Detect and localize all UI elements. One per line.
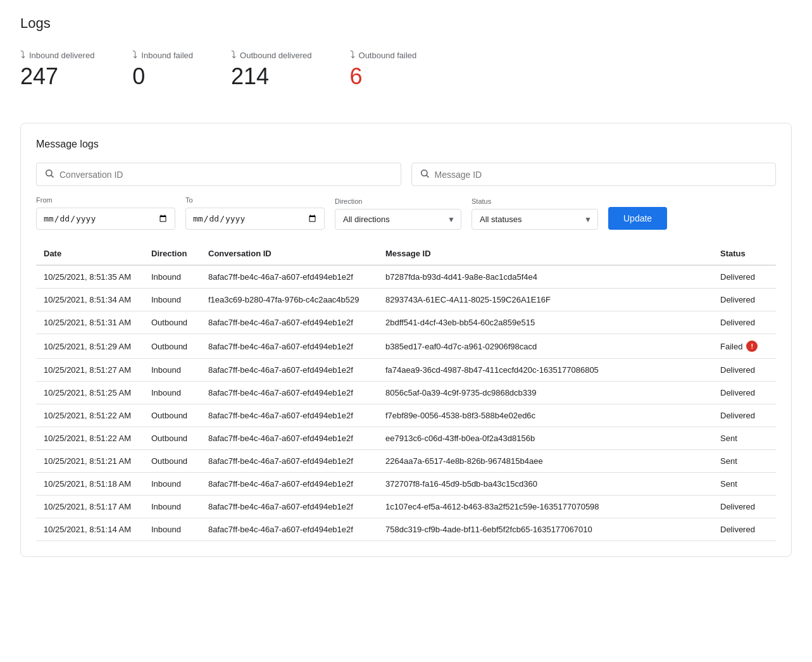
date-cell-9: 10/25/2021, 8:51:18 AM xyxy=(36,473,144,496)
table-container: DateDirectionConversation IDMessage IDSt… xyxy=(36,242,776,541)
direction-cell-8: Outbound xyxy=(144,450,201,473)
to-filter-group: To xyxy=(185,196,325,230)
date-cell-11: 10/25/2021, 8:51:14 AM xyxy=(36,518,144,541)
svg-line-3 xyxy=(427,175,428,177)
message-id-cell-5: 8056c5af-0a39-4c9f-9735-dc9868dcb339 xyxy=(378,382,713,404)
message-id-cell-6: f7ebf89e-0056-4538-b8f3-588b4e02ed6c xyxy=(378,404,713,427)
stats-row: ⤵ Inbound delivered 247 ⤵ Inbound failed… xyxy=(20,49,792,103)
conversation-id-cell-11: 8afac7ff-be4c-46a7-a607-efd494eb1e2f xyxy=(201,518,378,541)
table-row[interactable]: 10/25/2021, 8:51:18 AMInbound8afac7ff-be… xyxy=(36,473,776,496)
table-row[interactable]: 10/25/2021, 8:51:21 AMOutbound8afac7ff-b… xyxy=(36,450,776,473)
stat-value-inbound-delivered: 247 xyxy=(20,63,94,90)
th-date: Date xyxy=(36,242,144,265)
direction-cell-9: Inbound xyxy=(144,473,201,496)
status-filter-group: Status All statusesDeliveredSentFailed ▼ xyxy=(472,197,598,230)
update-button[interactable]: Update xyxy=(608,207,667,230)
direction-cell-1: Inbound xyxy=(144,289,201,311)
direction-select[interactable]: All directionsInboundOutbound xyxy=(335,209,461,230)
to-label: To xyxy=(185,196,325,204)
status-text-11: Delivered xyxy=(713,518,776,541)
stat-icon-inbound-delivered: ⤵ xyxy=(20,49,25,61)
status-text-7: Sent xyxy=(713,427,776,450)
date-cell-10: 10/25/2021, 8:51:17 AM xyxy=(36,496,144,518)
date-cell-6: 10/25/2021, 8:51:22 AM xyxy=(36,404,144,427)
direction-select-wrapper: All directionsInboundOutbound ▼ xyxy=(335,209,461,230)
svg-line-1 xyxy=(51,175,53,177)
direction-cell-4: Inbound xyxy=(144,359,201,382)
message-id-cell-10: 1c107ec4-ef5a-4612-b463-83a2f521c59e-163… xyxy=(378,496,713,518)
th-status: Status xyxy=(713,242,776,265)
search-row xyxy=(36,163,776,186)
stat-label-inbound-failed: ⤵ Inbound failed xyxy=(132,49,193,61)
date-cell-3: 10/25/2021, 8:51:29 AM xyxy=(36,334,144,359)
th-conversation-id: Conversation ID xyxy=(201,242,378,265)
stat-label-inbound-delivered: ⤵ Inbound delivered xyxy=(20,49,94,61)
stat-icon-outbound-failed: ⤵ xyxy=(350,49,355,61)
status-select[interactable]: All statusesDeliveredSentFailed xyxy=(472,209,598,230)
table-body: 10/25/2021, 8:51:35 AMInbound8afac7ff-be… xyxy=(36,265,776,541)
table-row[interactable]: 10/25/2021, 8:51:22 AMOutbound8afac7ff-b… xyxy=(36,427,776,450)
message-id-cell-7: ee7913c6-c06d-43ff-b0ea-0f2a43d8156b xyxy=(378,427,713,450)
direction-cell-5: Inbound xyxy=(144,382,201,404)
table-row[interactable]: 10/25/2021, 8:51:31 AMOutbound8afac7ff-b… xyxy=(36,311,776,334)
message-id-input[interactable] xyxy=(435,170,768,180)
status-text-2: Delivered xyxy=(713,311,776,334)
stat-icon-outbound-delivered: ⤵ xyxy=(231,49,236,61)
table-row[interactable]: 10/25/2021, 8:51:22 AMOutbound8afac7ff-b… xyxy=(36,404,776,427)
conversation-id-cell-0: 8afac7ff-be4c-46a7-a607-efd494eb1e2f xyxy=(201,265,378,289)
conversation-id-cell-10: 8afac7ff-be4c-46a7-a607-efd494eb1e2f xyxy=(201,496,378,518)
message-id-cell-4: fa74aea9-36cd-4987-8b47-411cecfd420c-163… xyxy=(378,359,713,382)
stat-value-outbound-delivered: 214 xyxy=(231,63,311,90)
table-row[interactable]: 10/25/2021, 8:51:34 AMInboundf1ea3c69-b2… xyxy=(36,289,776,311)
direction-cell-0: Inbound xyxy=(144,265,201,289)
status-text-9: Sent xyxy=(713,473,776,496)
date-cell-4: 10/25/2021, 8:51:27 AM xyxy=(36,359,144,382)
table-header-row: DateDirectionConversation IDMessage IDSt… xyxy=(36,242,776,265)
to-date-input[interactable] xyxy=(185,208,325,230)
table-row[interactable]: 10/25/2021, 8:51:29 AMOutbound8afac7ff-b… xyxy=(36,334,776,359)
failed-icon: ! xyxy=(746,340,758,352)
page-title: Logs xyxy=(20,15,792,32)
status-text-4: Delivered xyxy=(713,359,776,382)
table-row[interactable]: 10/25/2021, 8:51:25 AMInbound8afac7ff-be… xyxy=(36,382,776,404)
conversation-id-input[interactable] xyxy=(59,170,393,180)
stat-outbound-delivered: ⤵ Outbound delivered 214 xyxy=(231,49,311,90)
from-date-input[interactable] xyxy=(36,208,175,230)
stat-value-outbound-failed: 6 xyxy=(350,63,417,90)
date-cell-2: 10/25/2021, 8:51:31 AM xyxy=(36,311,144,334)
message-id-cell-0: b7287fda-b93d-4d41-9a8e-8ac1cda5f4e4 xyxy=(378,265,713,289)
conversation-id-cell-7: 8afac7ff-be4c-46a7-a607-efd494eb1e2f xyxy=(201,427,378,450)
status-text-6: Delivered xyxy=(713,404,776,427)
stat-icon-inbound-failed: ⤵ xyxy=(132,49,137,61)
th-message-id: Message ID xyxy=(378,242,713,265)
stat-inbound-failed: ⤵ Inbound failed 0 xyxy=(132,49,193,90)
table-row[interactable]: 10/25/2021, 8:51:14 AMInbound8afac7ff-be… xyxy=(36,518,776,541)
status-text-10: Delivered xyxy=(713,496,776,518)
status-text-5: Delivered xyxy=(713,382,776,404)
stat-label-outbound-failed: ⤵ Outbound failed xyxy=(350,49,417,61)
stat-outbound-failed: ⤵ Outbound failed 6 xyxy=(350,49,417,90)
status-select-wrapper: All statusesDeliveredSentFailed ▼ xyxy=(472,209,598,230)
stat-value-inbound-failed: 0 xyxy=(132,63,193,90)
conversation-id-cell-9: 8afac7ff-be4c-46a7-a607-efd494eb1e2f xyxy=(201,473,378,496)
conversation-id-search-box xyxy=(36,163,401,186)
direction-filter-group: Direction All directionsInboundOutbound … xyxy=(335,197,461,230)
stat-inbound-delivered: ⤵ Inbound delivered 247 xyxy=(20,49,94,90)
message-id-cell-11: 758dc319-cf9b-4ade-bf11-6ebf5f2fcb65-163… xyxy=(378,518,713,541)
message-logs-table: DateDirectionConversation IDMessage IDSt… xyxy=(36,242,776,541)
message-id-cell-3: b385ed17-eaf0-4d7c-a961-02906f98cacd xyxy=(378,334,713,359)
filters-row: From To Direction All directionsInboundO… xyxy=(36,196,776,230)
status-text-0: Delivered xyxy=(713,265,776,289)
message-logs-title: Message logs xyxy=(36,139,776,150)
conversation-id-cell-5: 8afac7ff-be4c-46a7-a607-efd494eb1e2f xyxy=(201,382,378,404)
date-cell-7: 10/25/2021, 8:51:22 AM xyxy=(36,427,144,450)
message-id-cell-1: 8293743A-61EC-4A11-8025-159C26A1E16F xyxy=(378,289,713,311)
table-row[interactable]: 10/25/2021, 8:51:35 AMInbound8afac7ff-be… xyxy=(36,265,776,289)
date-cell-8: 10/25/2021, 8:51:21 AM xyxy=(36,450,144,473)
table-header: DateDirectionConversation IDMessage IDSt… xyxy=(36,242,776,265)
direction-cell-10: Inbound xyxy=(144,496,201,518)
status-text: Failed xyxy=(720,342,742,351)
conversation-search-icon xyxy=(44,168,54,180)
table-row[interactable]: 10/25/2021, 8:51:17 AMInbound8afac7ff-be… xyxy=(36,496,776,518)
table-row[interactable]: 10/25/2021, 8:51:27 AMInbound8afac7ff-be… xyxy=(36,359,776,382)
